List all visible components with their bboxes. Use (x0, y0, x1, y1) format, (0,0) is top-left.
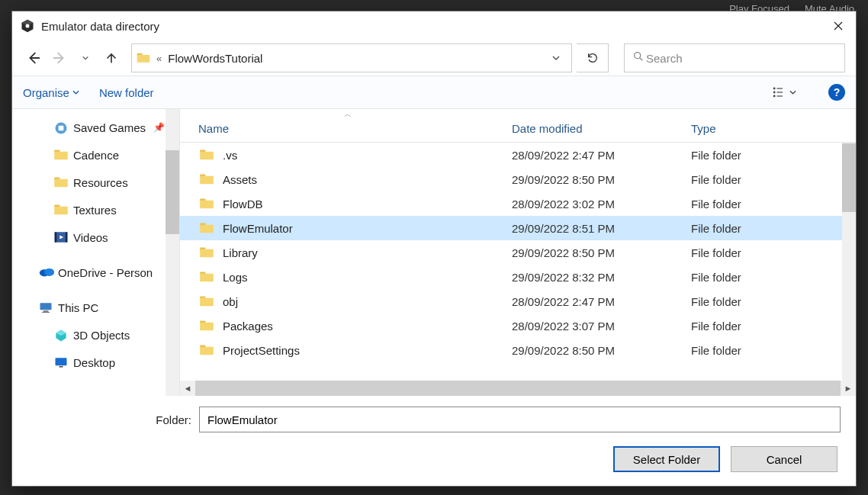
address-history-dropdown[interactable] (547, 53, 565, 63)
cancel-button[interactable]: Cancel (731, 446, 837, 472)
folder-icon (198, 148, 215, 162)
file-type: File folder (691, 344, 856, 357)
file-date: 28/09/2022 3:07 PM (512, 320, 691, 333)
select-folder-button[interactable]: Select Folder (613, 446, 720, 472)
file-type: File folder (691, 295, 856, 308)
videos-icon (53, 230, 67, 244)
refresh-button[interactable] (577, 43, 609, 72)
svg-point-11 (773, 95, 775, 97)
folder-icon (198, 319, 215, 333)
dialog-footer: Folder: Select Folder Cancel (12, 396, 856, 486)
table-row[interactable]: Logs29/09/2022 8:32 PMFile folder (180, 265, 856, 289)
folder-name-input[interactable] (199, 407, 841, 432)
folder-icon (198, 343, 215, 358)
file-date: 29/09/2022 8:51 PM (512, 222, 691, 235)
file-type: File folder (691, 246, 856, 259)
tree-item-label: Saved Games (73, 121, 146, 134)
file-date: 29/09/2022 8:32 PM (512, 271, 691, 284)
folder-icon (53, 203, 67, 217)
file-name: Logs (223, 271, 248, 284)
hscroll-right[interactable]: ► (841, 381, 856, 396)
svg-point-7 (773, 88, 775, 89)
table-row[interactable]: Packages28/09/2022 3:07 PMFile folder (180, 313, 856, 338)
hscroll-left[interactable]: ◄ (180, 381, 195, 396)
table-row[interactable]: obj28/09/2022 2:47 PMFile folder (180, 289, 856, 313)
tree-item-label: Videos (73, 231, 108, 244)
breadcrumb-current[interactable]: FlowWordsTutorial (168, 52, 541, 65)
toolbar: Organise New folder ? (12, 76, 856, 109)
sort-indicator-icon: ︿ (344, 109, 352, 120)
column-header-name[interactable]: Name (180, 122, 512, 135)
tree-item[interactable]: 3D Objects (12, 321, 179, 349)
3d-icon (53, 328, 67, 342)
navigation-tree[interactable]: Saved Games📌CadenceResourcesTexturesVide… (12, 109, 180, 396)
search-input[interactable] (645, 51, 837, 66)
new-folder-button[interactable]: New folder (99, 86, 154, 99)
file-name: FlowDB (223, 198, 263, 211)
table-row[interactable]: .vs28/09/2022 2:47 PMFile folder (180, 143, 856, 167)
search-box[interactable] (624, 43, 845, 72)
svg-line-6 (640, 58, 642, 60)
svg-rect-41 (200, 224, 214, 232)
folder-icon (198, 270, 215, 284)
tree-item[interactable]: OneDrive - Person (12, 259, 179, 286)
tree-item[interactable]: Saved Games📌 (12, 114, 179, 141)
folder-icon (198, 197, 215, 211)
organise-menu[interactable]: Organise (23, 86, 79, 99)
file-date: 29/09/2022 8:50 PM (512, 344, 691, 357)
hscroll-thumb[interactable] (195, 381, 841, 396)
tree-item-label: Cadence (73, 149, 119, 162)
sidebar-scrollbar-thumb[interactable] (166, 150, 179, 234)
table-row[interactable]: Assets29/09/2022 8:50 PMFile folder (180, 167, 856, 191)
up-button[interactable] (101, 47, 122, 69)
column-header-type[interactable]: Type (691, 122, 856, 135)
breadcrumb-prefix: « (156, 53, 162, 64)
svg-rect-39 (200, 200, 214, 207)
back-button[interactable] (23, 47, 44, 69)
table-row[interactable]: ProjectSettings29/09/2022 8:50 PMFile fo… (180, 338, 856, 362)
titlebar[interactable]: Emulator data directory (12, 11, 856, 40)
file-date: 29/09/2022 8:50 PM (512, 173, 691, 186)
folder-icon (198, 246, 215, 260)
app-icon (20, 18, 35, 34)
tree-item[interactable]: Textures (12, 196, 179, 223)
svg-point-9 (773, 92, 775, 93)
svg-rect-47 (200, 297, 214, 305)
list-scrollbar-thumb[interactable] (842, 143, 856, 212)
folder-picker-dialog: Emulator data directory « FlowWordsTutor… (11, 11, 857, 487)
column-header-date[interactable]: Date modified (512, 122, 691, 135)
tree-item[interactable]: Desktop (12, 349, 179, 376)
table-row[interactable]: Library29/09/2022 8:50 PMFile folder (180, 240, 856, 265)
saved-icon (53, 121, 67, 134)
folder-icon (198, 294, 215, 309)
file-type: File folder (691, 198, 856, 211)
table-row[interactable]: FlowEmulator29/09/2022 8:51 PMFile folde… (180, 216, 856, 240)
svg-rect-28 (43, 310, 49, 312)
thispc-icon (38, 301, 52, 314)
forward-button (49, 47, 70, 69)
folder-icon (53, 148, 67, 162)
file-name: .vs (223, 149, 237, 162)
address-bar[interactable]: « FlowWordsTutorial (131, 43, 572, 72)
tree-item[interactable]: This PC (12, 294, 179, 321)
recent-locations-button[interactable] (75, 47, 96, 69)
file-name: FlowEmulator (223, 222, 293, 235)
tree-item-label: Desktop (73, 356, 115, 369)
close-button[interactable] (821, 11, 856, 40)
table-row[interactable]: FlowDB28/09/2022 3:02 PMFile folder (180, 191, 856, 216)
view-options-button[interactable] (767, 82, 801, 103)
horizontal-scrollbar[interactable]: ◄ ► (180, 381, 856, 396)
svg-rect-29 (42, 312, 50, 313)
tree-item[interactable]: Resources (12, 169, 179, 196)
file-date: 28/09/2022 2:47 PM (512, 295, 691, 308)
pin-icon: 📌 (153, 122, 165, 133)
folder-icon (198, 172, 215, 187)
svg-rect-14 (59, 126, 64, 131)
tree-item[interactable]: Videos (12, 223, 179, 251)
tree-item[interactable]: Cadence (12, 141, 179, 169)
svg-rect-20 (54, 207, 68, 214)
svg-rect-37 (200, 175, 214, 183)
file-type: File folder (691, 320, 856, 333)
help-button[interactable]: ? (828, 84, 845, 101)
file-date: 28/09/2022 2:47 PM (512, 149, 691, 162)
